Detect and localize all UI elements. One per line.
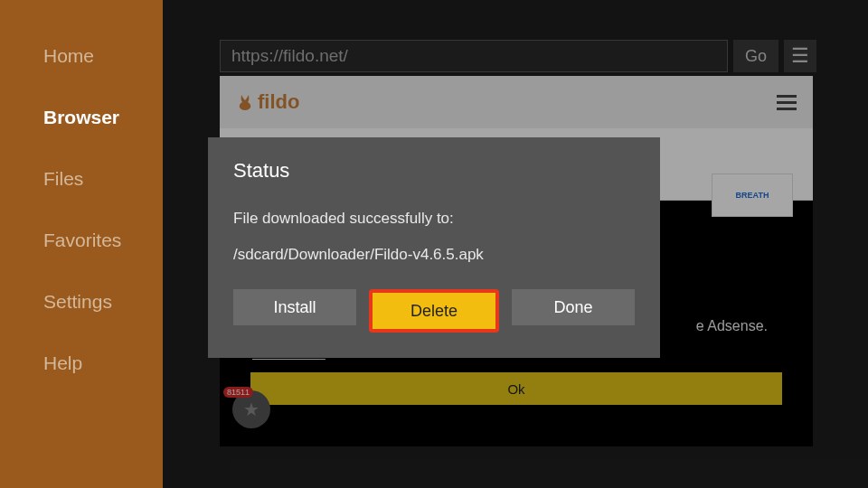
dialog-title: Status xyxy=(233,159,635,183)
sidebar-item-favorites[interactable]: Favorites xyxy=(43,230,163,251)
sidebar: Home Browser Files Favorites Settings He… xyxy=(0,0,163,488)
sidebar-item-settings[interactable]: Settings xyxy=(43,291,163,313)
done-button[interactable]: Done xyxy=(512,289,635,325)
dialog-path: /sdcard/Downloader/Fildo-v4.6.5.apk xyxy=(233,246,635,264)
dialog-button-row: Install Delete Done xyxy=(233,289,635,333)
delete-button[interactable]: Delete xyxy=(373,293,495,329)
dialog-message: File downloaded successfully to: xyxy=(233,210,635,228)
delete-highlight: Delete xyxy=(369,289,499,333)
sidebar-item-home[interactable]: Home xyxy=(43,45,163,67)
sidebar-item-help[interactable]: Help xyxy=(43,352,163,374)
sidebar-item-files[interactable]: Files xyxy=(43,168,163,190)
sidebar-item-browser[interactable]: Browser xyxy=(43,107,163,128)
install-button[interactable]: Install xyxy=(233,289,356,325)
status-dialog: Status File downloaded successfully to: … xyxy=(208,137,660,358)
